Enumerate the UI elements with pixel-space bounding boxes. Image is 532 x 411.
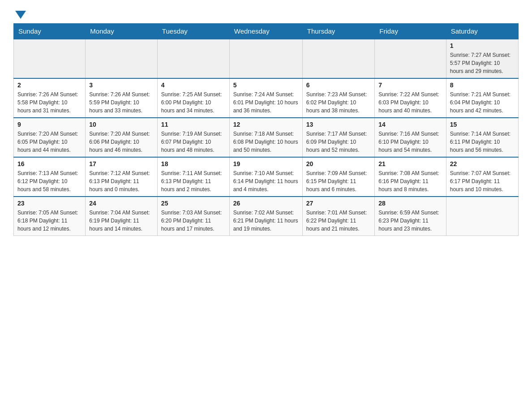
day-info: Sunrise: 7:24 AM Sunset: 6:01 PM Dayligh… [233, 90, 299, 115]
calendar-cell: 11Sunrise: 7:19 AM Sunset: 6:07 PM Dayli… [157, 118, 229, 157]
day-info: Sunrise: 7:19 AM Sunset: 6:07 PM Dayligh… [161, 130, 226, 154]
day-info: Sunrise: 7:08 AM Sunset: 6:16 PM Dayligh… [378, 169, 442, 193]
logo-arrow-icon [15, 11, 26, 19]
day-number: 21 [378, 160, 442, 167]
day-info: Sunrise: 7:01 AM Sunset: 6:22 PM Dayligh… [306, 209, 371, 233]
day-info: Sunrise: 7:20 AM Sunset: 6:05 PM Dayligh… [17, 130, 82, 154]
calendar-cell: 2Sunrise: 7:26 AM Sunset: 5:58 PM Daylig… [14, 78, 86, 118]
day-number: 18 [161, 160, 226, 167]
calendar-week-row: 2Sunrise: 7:26 AM Sunset: 5:58 PM Daylig… [14, 78, 519, 118]
calendar-cell [157, 39, 229, 78]
day-info: Sunrise: 7:05 AM Sunset: 6:18 PM Dayligh… [17, 209, 82, 233]
day-number: 4 [161, 81, 226, 89]
calendar-cell: 3Sunrise: 7:26 AM Sunset: 5:59 PM Daylig… [86, 78, 158, 118]
day-info: Sunrise: 7:03 AM Sunset: 6:20 PM Dayligh… [161, 209, 226, 233]
day-of-week-header: Wednesday [229, 24, 302, 39]
day-info: Sunrise: 7:16 AM Sunset: 6:10 PM Dayligh… [378, 130, 442, 154]
day-of-week-header: Saturday [446, 24, 518, 39]
calendar-cell: 19Sunrise: 7:10 AM Sunset: 6:14 PM Dayli… [229, 157, 302, 197]
calendar-cell [86, 39, 158, 78]
day-number: 8 [450, 81, 515, 89]
calendar-cell: 5Sunrise: 7:24 AM Sunset: 6:01 PM Daylig… [229, 78, 302, 118]
calendar-cell: 9Sunrise: 7:20 AM Sunset: 6:05 PM Daylig… [14, 118, 86, 157]
day-info: Sunrise: 7:11 AM Sunset: 6:13 PM Dayligh… [161, 169, 226, 193]
day-number: 11 [161, 121, 226, 128]
calendar-cell: 18Sunrise: 7:11 AM Sunset: 6:13 PM Dayli… [157, 157, 229, 197]
day-info: Sunrise: 7:18 AM Sunset: 6:08 PM Dayligh… [233, 130, 299, 154]
day-of-week-header: Tuesday [157, 24, 229, 39]
day-number: 20 [306, 160, 371, 167]
calendar-week-row: 23Sunrise: 7:05 AM Sunset: 6:18 PM Dayli… [14, 197, 519, 236]
calendar-cell: 10Sunrise: 7:20 AM Sunset: 6:06 PM Dayli… [86, 118, 158, 157]
calendar-cell: 15Sunrise: 7:14 AM Sunset: 6:11 PM Dayli… [446, 118, 518, 157]
day-number: 19 [233, 160, 299, 167]
day-number: 5 [233, 81, 299, 89]
day-info: Sunrise: 7:14 AM Sunset: 6:11 PM Dayligh… [450, 130, 515, 154]
day-of-week-header: Monday [86, 24, 158, 39]
day-of-week-header: Sunday [14, 24, 86, 39]
calendar-cell: 4Sunrise: 7:25 AM Sunset: 6:00 PM Daylig… [157, 78, 229, 118]
calendar-week-row: 9Sunrise: 7:20 AM Sunset: 6:05 PM Daylig… [14, 118, 519, 157]
calendar-cell [302, 39, 374, 78]
calendar-cell: 7Sunrise: 7:22 AM Sunset: 6:03 PM Daylig… [375, 78, 446, 118]
day-number: 28 [378, 200, 442, 207]
calendar-cell: 27Sunrise: 7:01 AM Sunset: 6:22 PM Dayli… [302, 197, 374, 236]
day-number: 6 [306, 81, 371, 89]
day-info: Sunrise: 7:13 AM Sunset: 6:12 PM Dayligh… [17, 169, 82, 193]
calendar-week-row: 16Sunrise: 7:13 AM Sunset: 6:12 PM Dayli… [14, 157, 519, 197]
day-number: 3 [89, 81, 154, 89]
day-info: Sunrise: 7:20 AM Sunset: 6:06 PM Dayligh… [89, 130, 154, 154]
day-number: 7 [378, 81, 442, 89]
day-number: 13 [306, 121, 371, 128]
day-info: Sunrise: 7:25 AM Sunset: 6:00 PM Dayligh… [161, 90, 226, 115]
calendar-cell [14, 39, 86, 78]
calendar-cell [375, 39, 446, 78]
calendar-header-row: SundayMondayTuesdayWednesdayThursdayFrid… [14, 24, 519, 39]
day-number: 2 [17, 81, 82, 89]
day-number: 9 [17, 121, 82, 128]
day-number: 1 [450, 42, 515, 49]
day-number: 10 [89, 121, 154, 128]
calendar-cell: 1Sunrise: 7:27 AM Sunset: 5:57 PM Daylig… [446, 39, 518, 78]
calendar-cell: 25Sunrise: 7:03 AM Sunset: 6:20 PM Dayli… [157, 197, 229, 236]
calendar-cell: 24Sunrise: 7:04 AM Sunset: 6:19 PM Dayli… [86, 197, 158, 236]
day-info: Sunrise: 7:27 AM Sunset: 5:57 PM Dayligh… [450, 51, 515, 75]
day-info: Sunrise: 7:07 AM Sunset: 6:17 PM Dayligh… [450, 169, 515, 193]
calendar-cell [446, 197, 518, 236]
calendar-week-row: 1Sunrise: 7:27 AM Sunset: 5:57 PM Daylig… [14, 39, 519, 78]
day-info: Sunrise: 7:02 AM Sunset: 6:21 PM Dayligh… [233, 209, 299, 233]
day-info: Sunrise: 7:23 AM Sunset: 6:02 PM Dayligh… [306, 90, 371, 115]
calendar-cell: 28Sunrise: 6:59 AM Sunset: 6:23 PM Dayli… [375, 197, 446, 236]
day-number: 15 [450, 121, 515, 128]
page-header [13, 9, 519, 19]
day-number: 16 [17, 160, 82, 167]
day-info: Sunrise: 7:21 AM Sunset: 6:04 PM Dayligh… [450, 90, 515, 115]
calendar-cell: 6Sunrise: 7:23 AM Sunset: 6:02 PM Daylig… [302, 78, 374, 118]
day-info: Sunrise: 7:09 AM Sunset: 6:15 PM Dayligh… [306, 169, 371, 193]
calendar-cell: 12Sunrise: 7:18 AM Sunset: 6:08 PM Dayli… [229, 118, 302, 157]
day-info: Sunrise: 7:17 AM Sunset: 6:09 PM Dayligh… [306, 130, 371, 154]
day-info: Sunrise: 6:59 AM Sunset: 6:23 PM Dayligh… [378, 209, 442, 233]
calendar-cell [229, 39, 302, 78]
calendar-cell: 20Sunrise: 7:09 AM Sunset: 6:15 PM Dayli… [302, 157, 374, 197]
calendar-table: SundayMondayTuesdayWednesdayThursdayFrid… [13, 23, 519, 236]
calendar-cell: 17Sunrise: 7:12 AM Sunset: 6:13 PM Dayli… [86, 157, 158, 197]
day-of-week-header: Thursday [302, 24, 374, 39]
day-info: Sunrise: 7:22 AM Sunset: 6:03 PM Dayligh… [378, 90, 442, 115]
day-number: 24 [89, 200, 154, 207]
calendar-cell: 23Sunrise: 7:05 AM Sunset: 6:18 PM Dayli… [14, 197, 86, 236]
day-info: Sunrise: 7:26 AM Sunset: 5:59 PM Dayligh… [89, 90, 154, 115]
day-of-week-header: Friday [375, 24, 446, 39]
calendar-cell: 8Sunrise: 7:21 AM Sunset: 6:04 PM Daylig… [446, 78, 518, 118]
day-number: 14 [378, 121, 442, 128]
day-info: Sunrise: 7:26 AM Sunset: 5:58 PM Dayligh… [17, 90, 82, 115]
day-number: 22 [450, 160, 515, 167]
day-number: 23 [17, 200, 82, 207]
calendar-cell: 14Sunrise: 7:16 AM Sunset: 6:10 PM Dayli… [375, 118, 446, 157]
logo [13, 9, 26, 19]
calendar-cell: 16Sunrise: 7:13 AM Sunset: 6:12 PM Dayli… [14, 157, 86, 197]
day-info: Sunrise: 7:04 AM Sunset: 6:19 PM Dayligh… [89, 209, 154, 233]
day-number: 17 [89, 160, 154, 167]
calendar-cell: 13Sunrise: 7:17 AM Sunset: 6:09 PM Dayli… [302, 118, 374, 157]
calendar-cell: 21Sunrise: 7:08 AM Sunset: 6:16 PM Dayli… [375, 157, 446, 197]
